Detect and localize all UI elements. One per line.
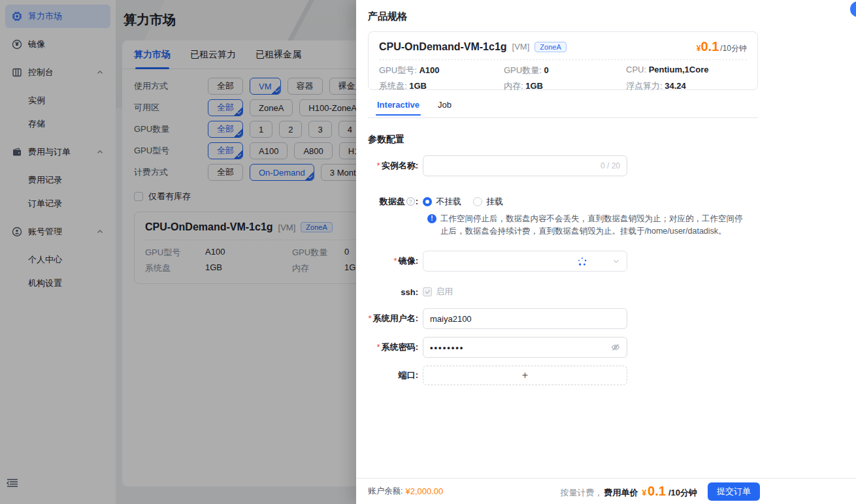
form-label: *实例名称: — [368, 160, 423, 172]
info-circle-icon: ! — [427, 214, 436, 223]
spec-label: GPU数量: — [504, 65, 544, 75]
form-row-instance-name: *实例名称: 0 / 20 — [368, 155, 758, 176]
form-row-image: *镜像: — [368, 251, 758, 272]
drawer-footer: 账户余额: ¥2,000.00 按量计费， 费用单价 ¥ 0.1 /10分钟 提… — [356, 478, 856, 504]
spec-value: 34.24 — [665, 81, 686, 91]
price-amount: 0.1 — [648, 484, 666, 499]
note-text: 工作空间停止后，数据盘内容不会丢失，直到数据盘销毁为止；对应的，工作空间停止后，… — [440, 213, 746, 238]
form-row-password: *系统密码: — [368, 337, 758, 358]
balance-label: 账户余额: — [368, 486, 403, 497]
form-row-username: *系统用户名: — [368, 308, 758, 329]
currency-symbol: ¥ — [697, 44, 701, 53]
eye-invisible-icon[interactable] — [611, 343, 620, 352]
form-row-port: 端口: + — [368, 366, 758, 385]
ssh-checkbox-label: 启用 — [436, 286, 453, 298]
order-drawer: 产品规格 CPU-OnDemand-VM-1c1g [VM] ZoneA ¥ 0… — [356, 0, 856, 504]
form-label: ssh: — [368, 287, 423, 297]
tab-interactive[interactable]: Interactive — [377, 100, 420, 116]
spec-cell: 浮点算力: 34.24 — [626, 80, 747, 92]
form-label: 数据盘?: — [368, 196, 423, 208]
required-asterisk: * — [377, 161, 380, 170]
spec-value: 1GB — [409, 81, 427, 91]
price-summary: 按量计费， 费用单价 ¥ 0.1 /10分钟 — [560, 484, 700, 499]
billing-mode-text: 按量计费， — [560, 487, 602, 499]
spec-value: Pentium,1Core — [649, 65, 709, 74]
form-label: *系统密码: — [368, 341, 423, 353]
spec-cell: GPU数量: 0 — [504, 65, 626, 76]
drawer-title: 产品规格 — [368, 10, 407, 23]
help-circle-icon[interactable]: ? — [406, 197, 415, 206]
submit-order-button[interactable]: 提交订单 — [708, 482, 760, 501]
radio-label[interactable]: 不挂载 — [436, 196, 461, 208]
price-unit: /10分钟 — [720, 43, 747, 54]
drawer-mask[interactable] — [0, 0, 356, 504]
spec-value: A100 — [419, 65, 439, 75]
instance-name-field: 0 / 20 — [423, 155, 627, 176]
spec-label: 内存: — [504, 81, 525, 91]
image-select[interactable] — [423, 251, 627, 272]
spec-cell: 系统盘: 1GB — [379, 80, 504, 92]
spec-label: GPU型号: — [379, 65, 419, 75]
form-row-ssh: ssh: 启用 — [368, 286, 758, 298]
form-label: 端口: — [368, 370, 423, 381]
spec-value: 0 — [544, 65, 548, 75]
spec-label: CPU: — [626, 65, 649, 74]
required-asterisk: * — [377, 342, 380, 352]
char-counter: 0 / 20 — [601, 161, 620, 170]
form-row-data-disk: 数据盘?: 不挂载 挂载 ! 工作空间停止后，数据盘内容不会丢失，直到数据盘销毁… — [368, 196, 758, 238]
drawer-tabs: Interactive Job — [377, 100, 452, 116]
loading-spinner-icon — [577, 257, 587, 267]
spec-cell: GPU型号: A100 — [379, 65, 504, 76]
form-label: *镜像: — [368, 255, 423, 267]
username-input[interactable] — [430, 314, 620, 324]
tab-job[interactable]: Job — [438, 100, 452, 116]
password-field — [423, 337, 627, 358]
spec-cell: CPU: Pentium,1Core — [626, 65, 747, 76]
product-type-tag: [VM] — [512, 42, 530, 52]
spec-label: 浮点算力: — [626, 81, 665, 91]
radio-label[interactable]: 挂载 — [486, 196, 503, 208]
spec-value: 1GB — [525, 81, 543, 91]
price-unit: /10分钟 — [668, 487, 697, 499]
data-disk-note: ! 工作空间停止后，数据盘内容不会丢失，直到数据盘销毁为止；对应的，工作空间停止… — [427, 213, 746, 238]
product-price: ¥ 0.1 /10分钟 — [697, 39, 747, 54]
form-label: *系统用户名: — [368, 313, 423, 324]
radio-no-mount[interactable] — [423, 197, 432, 206]
chevron-down-icon — [612, 257, 620, 265]
spec-label: 系统盘: — [379, 81, 409, 91]
param-form: *实例名称: 0 / 20 数据盘?: 不挂载 挂载 ! 工作空间停止后，数据盘… — [368, 155, 758, 385]
spec-cell: 内存: 1GB — [504, 80, 626, 92]
add-port-button[interactable]: + — [423, 366, 627, 385]
required-asterisk: * — [369, 313, 372, 323]
zone-badge: ZoneA — [535, 42, 566, 52]
required-asterisk: * — [394, 256, 397, 266]
unit-price-label: 费用单价 — [604, 487, 638, 499]
username-field — [423, 308, 627, 329]
ssh-checkbox — [423, 287, 432, 296]
radio-mount[interactable] — [473, 197, 482, 206]
balance-value: ¥2,000.00 — [405, 486, 443, 496]
instance-name-input[interactable] — [430, 161, 601, 171]
plus-icon: + — [522, 370, 528, 381]
drawer-spec-card: CPU-OnDemand-VM-1c1g [VM] ZoneA ¥ 0.1 /1… — [368, 31, 758, 90]
product-name: CPU-OnDemand-VM-1c1g — [379, 41, 507, 53]
price-amount: 0.1 — [701, 39, 719, 54]
param-section-title: 参数配置 — [368, 134, 404, 146]
currency-symbol: ¥ — [642, 488, 646, 497]
password-input[interactable] — [430, 343, 611, 353]
